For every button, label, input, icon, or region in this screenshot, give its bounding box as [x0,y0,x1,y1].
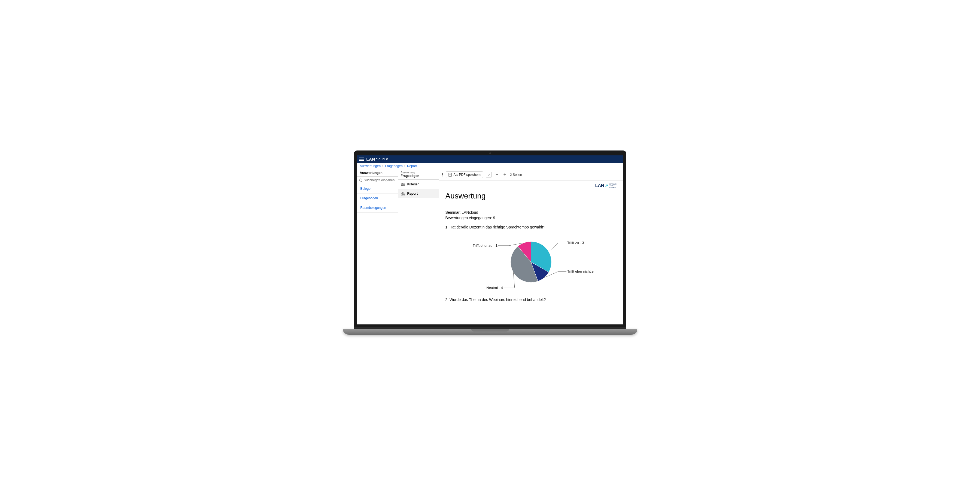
search-row [357,177,398,184]
svg-rect-6 [401,193,402,195]
topbar: LANcloud↗ [357,155,623,163]
tab-kriterien-label: Kriterien [407,182,420,186]
pdf-dropdown-button[interactable]: ▽ [486,172,492,177]
brand-main: LAN [366,157,375,161]
subpanel-frageboegen: Auswertung Fragebögen Kriterien Report [398,169,439,324]
breadcrumb-sep: › [404,164,406,168]
pie-chart: Trifft zu - 3Trifft eher nicht zu - 1Neu… [468,232,593,292]
breadcrumb-auswertungen[interactable]: Auswertungen [360,164,381,168]
report-pane: PDF Als PDF speichern ▽ − + 2 Seiten LAN… [439,169,623,324]
svg-point-5 [401,185,402,186]
reviews-line: Bewertungen eingegangen: 9 [445,215,617,220]
svg-text:PDF: PDF [449,174,452,175]
brand-logo: LANcloud↗ [366,157,388,161]
save-pdf-label: Als PDF speichern [453,173,480,177]
breadcrumb: Auswertungen › Fragebögen › Report [357,163,623,169]
sidebar-item-raumbelegungen[interactable]: Raumbelegungen [357,203,398,213]
report-page: LAN↗ SOFTWARE SERVICE STRATEGY Auswertun… [439,180,623,324]
question-2: 2. Wurde das Thema des Webinars hinreich… [445,297,617,302]
report-title: Auswertung [445,191,617,200]
brand-suffix: cloud [376,157,385,161]
svg-text:Trifft eher nicht zu - 1: Trifft eher nicht zu - 1 [567,270,593,273]
tab-report-label: Report [407,191,418,195]
report-brand-logo: LAN↗ SOFTWARE SERVICE STRATEGY [595,183,616,188]
sliders-icon [401,182,405,186]
page-count: 2 Seiten [510,173,522,177]
seminar-line: Seminar: LANcloud [445,210,617,215]
sidebar-title: Auswertungen [360,171,395,175]
pdf-icon: PDF [448,173,452,177]
sidebar-evaluations: Auswertungen Belege Fragebögen Raumbeleg… [357,169,398,324]
tab-report[interactable]: Report [398,189,439,198]
svg-rect-7 [402,192,403,195]
zoom-out-button[interactable]: − [495,172,500,177]
report-toolbar: PDF Als PDF speichern ▽ − + 2 Seiten [439,169,623,180]
app-screen: LANcloud↗ Auswertungen › Fragebögen › Re… [357,155,623,324]
tab-kriterien[interactable]: Kriterien [398,180,439,189]
breadcrumb-report[interactable]: Report [407,164,417,168]
svg-point-3 [403,184,404,185]
brand-arrow-icon: ↗ [385,157,388,161]
breadcrumb-sep: › [382,164,383,168]
laptop-mockup: LANcloud↗ Auswertungen › Fragebögen › Re… [354,150,626,335]
save-pdf-button[interactable]: PDF Als PDF speichern [446,171,483,178]
svg-text:Trifft zu - 3: Trifft zu - 3 [567,241,584,245]
zoom-in-button[interactable]: + [502,172,507,177]
svg-point-1 [402,183,402,184]
svg-rect-8 [404,194,404,195]
subpanel-title: Fragebögen [401,174,436,178]
sidebar-item-frageboegen[interactable]: Fragebögen [357,193,398,203]
search-input[interactable] [364,178,395,182]
more-icon[interactable] [442,173,443,176]
svg-text:Trifft eher zu - 1: Trifft eher zu - 1 [473,244,497,247]
search-icon [360,179,362,182]
breadcrumb-frageboegen[interactable]: Fragebögen [385,164,402,168]
sidebar-item-belege[interactable]: Belege [357,184,398,193]
menu-icon[interactable] [360,158,364,161]
bars-icon [401,191,405,195]
subpanel-eyebrow: Auswertung [401,171,436,174]
question-1: 1. Hat der/die DozentIn das richtige Spr… [445,225,617,229]
svg-text:Neutral - 4: Neutral - 4 [486,286,503,290]
